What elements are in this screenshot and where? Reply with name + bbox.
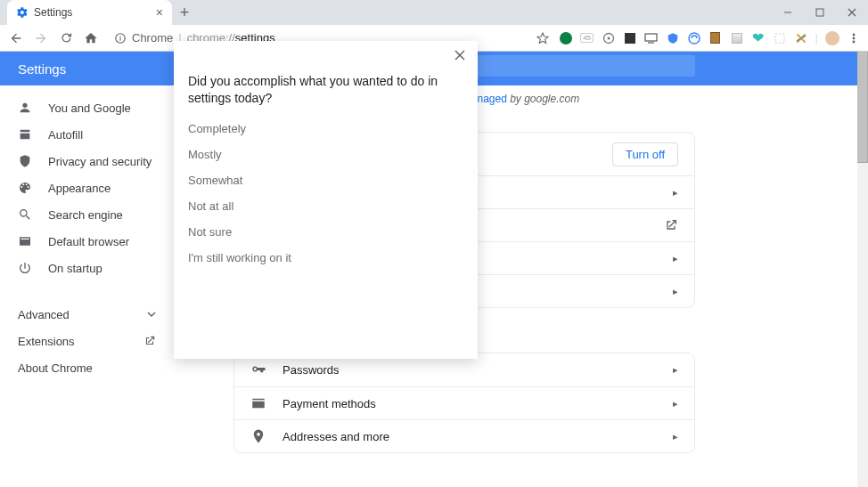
power-icon <box>18 261 32 275</box>
palette-icon <box>18 181 32 195</box>
site-info-icon <box>114 32 127 45</box>
svg-point-13 <box>853 33 856 36</box>
extension-icons-row: 45 ❤ | <box>559 31 861 45</box>
chevron-right-icon: ▸ <box>673 398 678 410</box>
chevron-right-icon: ▸ <box>673 253 678 264</box>
scrollbar-thumb[interactable] <box>857 52 868 163</box>
row-label: Addresses and more <box>283 430 389 443</box>
survey-option[interactable]: Somewhat <box>174 167 478 193</box>
extension-icon[interactable] <box>708 31 723 45</box>
extension-icon[interactable] <box>623 31 637 45</box>
extension-icon[interactable] <box>773 31 787 45</box>
sidebar-item-search-engine[interactable]: Search engine <box>0 201 174 228</box>
minimize-window-button[interactable] <box>772 0 804 25</box>
extension-icon[interactable]: 45 <box>580 31 594 45</box>
survey-question: Did you accomplish what you wanted to do… <box>174 41 478 116</box>
extension-icon[interactable] <box>794 31 808 45</box>
sidebar-item-label: You and Google <box>48 101 131 115</box>
new-tab-button[interactable]: + <box>172 0 197 25</box>
browser-icon <box>18 234 32 248</box>
shield-icon <box>18 154 32 168</box>
row-label: Payment methods <box>283 397 376 410</box>
extension-icon[interactable]: ❤ <box>751 31 766 45</box>
sidebar-item-privacy[interactable]: Privacy and security <box>0 148 174 175</box>
window-controls <box>772 0 868 25</box>
sidebar-item-label: Appearance <box>48 182 111 195</box>
chevron-right-icon: ▸ <box>673 431 678 442</box>
external-link-icon <box>143 335 156 347</box>
home-button[interactable] <box>82 31 100 45</box>
sidebar-item-default-browser[interactable]: Default browser <box>0 228 174 255</box>
close-window-button[interactable] <box>836 0 868 25</box>
survey-option[interactable]: I'm still working on it <box>174 245 478 271</box>
extension-icon[interactable] <box>666 31 680 45</box>
gear-icon <box>16 6 29 19</box>
svg-point-8 <box>607 37 610 39</box>
chevron-right-icon: ▸ <box>673 364 678 376</box>
svg-rect-9 <box>645 34 657 41</box>
sidebar-item-label: Default browser <box>48 235 129 248</box>
sidebar-advanced-toggle[interactable]: Advanced <box>0 301 174 328</box>
payment-methods-row[interactable]: Payment methods ▸ <box>234 386 694 419</box>
survey-option[interactable]: Not sure <box>174 219 478 245</box>
extension-icon[interactable] <box>687 31 701 45</box>
key-icon <box>250 362 266 378</box>
turn-off-sync-button[interactable]: Turn off <box>612 142 678 166</box>
survey-option[interactable]: Completely <box>174 116 478 142</box>
sidebar-item-autofill[interactable]: Autofill <box>0 121 174 148</box>
extension-icon[interactable] <box>644 31 659 45</box>
extension-icon[interactable] <box>730 31 744 45</box>
reload-button[interactable] <box>57 31 75 45</box>
close-tab-icon[interactable]: × <box>156 5 163 20</box>
sidebar-item-about-chrome[interactable]: About Chrome <box>0 354 174 381</box>
svg-point-5 <box>119 35 120 36</box>
browser-tab-strip: Settings × + <box>0 0 868 25</box>
credit-card-icon <box>250 395 266 411</box>
sidebar-item-label: Search engine <box>48 208 123 222</box>
svg-rect-12 <box>775 34 784 43</box>
location-icon <box>250 428 266 444</box>
svg-point-11 <box>689 33 700 44</box>
profile-avatar[interactable] <box>825 31 839 45</box>
sidebar-item-label: Autofill <box>48 128 83 142</box>
sidebar-item-extensions[interactable]: Extensions <box>0 328 174 354</box>
chevron-down-icon <box>147 310 156 319</box>
chevron-right-icon: ▸ <box>673 286 678 297</box>
search-icon <box>18 207 32 222</box>
autofill-card: Passwords ▸ Payment methods ▸ Addresses … <box>233 353 695 453</box>
forward-button[interactable] <box>32 31 50 45</box>
survey-popup: Did you accomplish what you wanted to do… <box>174 41 478 359</box>
autofill-icon <box>18 127 32 142</box>
survey-close-button[interactable] <box>451 46 469 64</box>
survey-option[interactable]: Mostly <box>174 142 478 167</box>
sidebar-item-label: Privacy and security <box>48 155 151 168</box>
omnibox-origin-chip: Chrome <box>132 31 173 45</box>
addresses-row[interactable]: Addresses and more ▸ <box>234 419 694 452</box>
external-link-icon <box>664 218 678 232</box>
extension-icon[interactable] <box>559 31 573 45</box>
extension-icon[interactable] <box>602 31 616 45</box>
browser-tab-settings[interactable]: Settings × <box>7 0 172 25</box>
sidebar-item-label: On startup <box>48 262 102 275</box>
sidebar-item-on-startup[interactable]: On startup <box>0 255 174 281</box>
survey-option[interactable]: Not at all <box>174 193 478 219</box>
tab-title: Settings <box>34 6 72 19</box>
row-label: Passwords <box>283 363 340 377</box>
chevron-right-icon: ▸ <box>673 187 678 199</box>
svg-rect-1 <box>816 9 823 16</box>
back-button[interactable] <box>7 31 25 45</box>
sidebar-item-you-and-google[interactable]: You and Google <box>0 94 174 121</box>
settings-sidebar: You and Google Autofill Privacy and secu… <box>0 85 174 487</box>
svg-point-15 <box>853 40 856 43</box>
person-icon <box>18 101 32 115</box>
sidebar-item-appearance[interactable]: Appearance <box>0 175 174 201</box>
svg-point-14 <box>853 37 856 39</box>
header-title: Settings <box>18 61 66 77</box>
svg-rect-6 <box>119 37 120 41</box>
browser-menu-button[interactable] <box>847 31 861 45</box>
maximize-window-button[interactable] <box>804 0 836 25</box>
bookmark-star-icon[interactable] <box>534 31 552 45</box>
